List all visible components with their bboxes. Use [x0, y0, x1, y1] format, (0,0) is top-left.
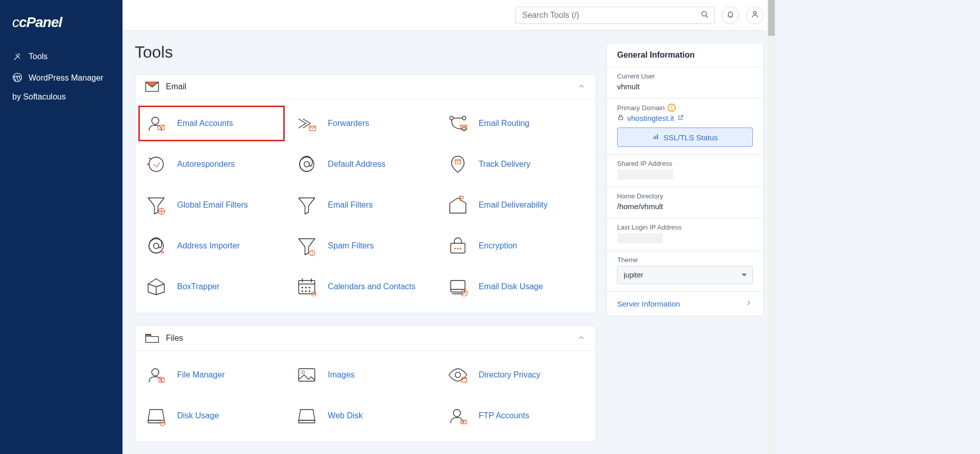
scrollbar[interactable]	[767, 0, 776, 454]
warning-icon[interactable]: !	[668, 104, 676, 112]
item-file-manager[interactable]: File Manager	[139, 361, 290, 389]
item-email-deliverability[interactable]: Email Deliverability	[441, 191, 592, 219]
item-label: File Manager	[177, 370, 225, 380]
item-label: Global Email Filters	[177, 200, 248, 210]
svg-rect-36	[299, 369, 315, 382]
theme-select[interactable]: jupiter	[617, 266, 753, 284]
page-title: Tools	[135, 43, 596, 62]
files-section-icon	[145, 333, 159, 343]
item-calendars-and-contacts[interactable]: Calendars and Contacts	[290, 273, 440, 300]
item-label: Default Address	[328, 160, 385, 169]
sidebar-item-label: Tools	[29, 51, 47, 62]
search-icon[interactable]	[700, 10, 709, 20]
info-label: Shared IP Address	[617, 160, 753, 167]
svg-rect-45	[655, 135, 656, 139]
panel-header-email[interactable]: Email	[135, 74, 596, 99]
info-label: Primary Domain !	[617, 104, 753, 112]
user-icon	[751, 10, 759, 20]
sidebar-item-tools[interactable]: Tools	[0, 46, 122, 67]
item-label: Forwarders	[328, 119, 369, 128]
item-directory-privacy[interactable]: Directory Privacy	[441, 361, 592, 389]
info-value: /home/vhmult	[617, 202, 753, 211]
search-wrap	[516, 7, 715, 24]
item-track-delivery[interactable]: Track Delivery	[441, 150, 592, 178]
bar-chart-icon	[652, 133, 659, 142]
email-accounts-icon	[144, 112, 168, 135]
svg-rect-44	[653, 137, 654, 139]
notifications-button[interactable]	[722, 7, 739, 24]
search-input[interactable]	[516, 7, 715, 24]
item-label: Email Accounts	[177, 119, 233, 128]
svg-point-18	[154, 243, 159, 249]
item-encryption[interactable]: Encryption	[441, 232, 592, 260]
email-disk-usage-icon	[446, 275, 470, 298]
autoresponders-icon	[144, 153, 168, 176]
svg-point-23	[459, 248, 461, 250]
info-label: Home Directory	[617, 192, 753, 200]
topbar	[122, 0, 776, 31]
sidebar-item-wordpress-manager[interactable]: WordPress Manager by Softaculous	[0, 67, 122, 108]
info-value: vhostingtest.it	[617, 114, 753, 122]
main-area: Tools Email	[122, 0, 776, 454]
svg-point-29	[306, 291, 307, 292]
svg-text:FTP: FTP	[461, 420, 466, 423]
item-email-filters[interactable]: Email Filters	[290, 191, 440, 219]
item-email-disk-usage[interactable]: Email Disk Usage	[441, 273, 592, 300]
server-information-link[interactable]: Server Information	[607, 292, 763, 316]
item-label: FTP Accounts	[479, 411, 529, 420]
email-section-icon	[145, 82, 159, 92]
global-email-filters-icon	[144, 193, 168, 217]
item-label: Disk Usage	[177, 411, 219, 420]
item-images[interactable]: Images	[290, 361, 440, 389]
item-boxtrapper[interactable]: BoxTrapper	[139, 273, 290, 300]
redacted-value	[617, 233, 663, 243]
item-label: Address Importer	[177, 241, 240, 250]
item-disk-usage[interactable]: Disk Usage	[139, 402, 290, 430]
info-header: General Information	[607, 43, 763, 67]
svg-point-40	[453, 410, 460, 417]
item-address-importer[interactable]: Address Importer	[139, 232, 290, 260]
item-ftp-accounts[interactable]: FTP FTP Accounts	[441, 402, 592, 430]
item-spam-filters[interactable]: Spam Filters	[290, 232, 440, 260]
svg-point-1	[702, 11, 706, 16]
info-label: Theme	[617, 256, 753, 264]
item-forwarders[interactable]: Forwarders	[290, 110, 440, 137]
tools-icon	[12, 52, 22, 62]
address-importer-icon	[144, 234, 168, 258]
images-icon	[295, 363, 318, 387]
external-link-icon[interactable]	[677, 114, 684, 122]
svg-rect-16	[459, 196, 463, 198]
scrollbar-thumb[interactable]	[768, 0, 775, 36]
item-default-address[interactable]: Default Address	[290, 150, 440, 178]
item-global-email-filters[interactable]: Global Email Filters	[139, 191, 290, 219]
disk-usage-icon	[144, 404, 168, 427]
item-web-disk[interactable]: Web Disk	[290, 402, 440, 430]
svg-point-26	[306, 287, 307, 288]
info-value: vhmult	[617, 82, 753, 91]
panel-header-files[interactable]: Files	[135, 326, 596, 351]
info-value	[617, 169, 753, 180]
info-label: Last Login IP Address	[617, 223, 753, 231]
info-primary-domain: Primary Domain ! vhostingtest.it	[607, 98, 763, 155]
brand-logo: ccPanel	[0, 9, 122, 46]
item-label: Email Disk Usage	[479, 282, 543, 291]
ssl-tls-status-button[interactable]: SSL/TLS Status	[617, 128, 753, 147]
svg-point-25	[302, 287, 303, 288]
web-disk-icon	[295, 404, 318, 427]
item-email-accounts[interactable]: Email Accounts	[139, 110, 290, 137]
item-autoresponders[interactable]: Autoresponders	[139, 150, 290, 178]
info-last-login: Last Login IP Address	[607, 218, 763, 251]
directory-privacy-icon	[446, 363, 470, 387]
item-label: Encryption	[479, 241, 518, 250]
svg-point-30	[309, 291, 310, 292]
info-theme: Theme jupiter	[607, 251, 763, 292]
svg-point-13	[304, 162, 310, 167]
redacted-value	[617, 169, 673, 180]
account-button[interactable]	[746, 7, 764, 24]
primary-domain-link[interactable]: vhostingtest.it	[627, 114, 674, 122]
item-email-routing[interactable]: Email Routing	[441, 110, 592, 137]
info-shared-ip: Shared IP Address	[607, 155, 763, 187]
bell-icon	[726, 10, 734, 20]
svg-rect-43	[619, 117, 623, 119]
forwarders-icon	[295, 112, 318, 135]
